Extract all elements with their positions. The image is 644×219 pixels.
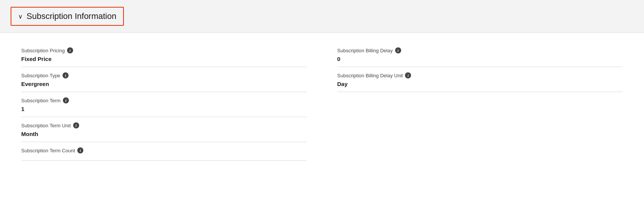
field-group-subscription-type: Subscription Type i Evergreen bbox=[21, 67, 307, 92]
field-label-row: Subscription Term Count i bbox=[21, 147, 307, 153]
info-icon-subscription-term[interactable]: i bbox=[63, 97, 69, 103]
fields-grid: Subscription Pricing i Fixed Price Subsc… bbox=[21, 42, 623, 161]
section-title: Subscription Information bbox=[27, 11, 116, 21]
field-label-row: Subscription Pricing i bbox=[21, 47, 307, 53]
label-subscription-term: Subscription Term bbox=[21, 98, 61, 103]
field-group-subscription-term-unit: Subscription Term Unit i Month bbox=[21, 117, 307, 142]
right-column: Subscription Billing Delay i 0 Subscript… bbox=[337, 42, 623, 161]
section-content: Subscription Pricing i Fixed Price Subsc… bbox=[0, 33, 644, 173]
label-subscription-pricing: Subscription Pricing bbox=[21, 48, 65, 53]
label-subscription-type: Subscription Type bbox=[21, 73, 60, 78]
info-icon-subscription-pricing[interactable]: i bbox=[67, 47, 73, 53]
label-billing-delay-unit: Subscription Billing Delay Unit bbox=[337, 73, 403, 78]
page-wrapper: ∨ Subscription Information Subscription … bbox=[0, 0, 644, 173]
left-column: Subscription Pricing i Fixed Price Subsc… bbox=[21, 42, 307, 161]
field-group-subscription-pricing: Subscription Pricing i Fixed Price bbox=[21, 42, 307, 67]
value-subscription-pricing: Fixed Price bbox=[21, 56, 307, 63]
value-subscription-type: Evergreen bbox=[21, 81, 307, 88]
label-subscription-term-count: Subscription Term Count bbox=[21, 148, 75, 153]
label-subscription-term-unit: Subscription Term Unit bbox=[21, 123, 71, 128]
chevron-down-icon: ∨ bbox=[18, 13, 23, 20]
value-subscription-term-count bbox=[21, 156, 307, 156]
label-billing-delay: Subscription Billing Delay bbox=[337, 48, 393, 53]
info-icon-subscription-term-count[interactable]: i bbox=[77, 147, 83, 153]
info-icon-billing-delay-unit[interactable]: i bbox=[405, 72, 411, 78]
field-label-row: Subscription Billing Delay Unit i bbox=[337, 72, 623, 78]
field-group-billing-delay: Subscription Billing Delay i 0 bbox=[337, 42, 623, 67]
field-group-billing-delay-unit: Subscription Billing Delay Unit i Day bbox=[337, 67, 623, 92]
value-billing-delay-unit: Day bbox=[337, 81, 623, 88]
section-header-box[interactable]: ∨ Subscription Information bbox=[11, 7, 124, 26]
field-label-row: Subscription Term Unit i bbox=[21, 122, 307, 128]
field-group-subscription-term-count: Subscription Term Count i bbox=[21, 142, 307, 161]
field-group-subscription-term: Subscription Term i 1 bbox=[21, 92, 307, 117]
value-subscription-term-unit: Month bbox=[21, 131, 307, 138]
info-icon-billing-delay[interactable]: i bbox=[395, 47, 401, 53]
field-label-row: Subscription Term i bbox=[21, 97, 307, 103]
info-icon-subscription-term-unit[interactable]: i bbox=[73, 122, 79, 128]
field-label-row: Subscription Billing Delay i bbox=[337, 47, 623, 53]
value-billing-delay: 0 bbox=[337, 56, 623, 63]
info-icon-subscription-type[interactable]: i bbox=[63, 72, 69, 78]
field-label-row: Subscription Type i bbox=[21, 72, 307, 78]
section-header: ∨ Subscription Information bbox=[0, 0, 644, 33]
value-subscription-term: 1 bbox=[21, 106, 307, 113]
